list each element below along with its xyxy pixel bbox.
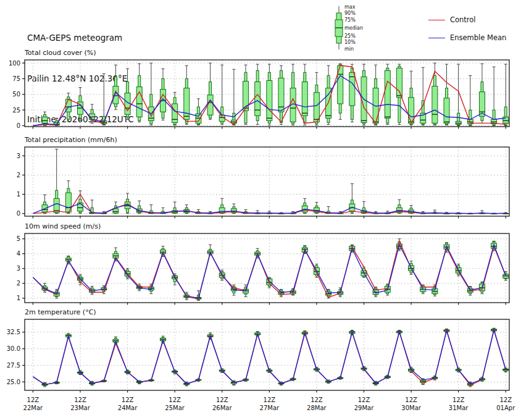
svg-text:0: 0 [17,210,20,217]
panel-3-grid [25,319,509,390]
meteogram-plot: 025507510001231234525.027.530.032.512Z22… [0,0,521,420]
panel-1: 0123 [17,147,509,219]
panel-2-yaxis: 12345 [17,235,25,301]
svg-text:2: 2 [17,280,20,287]
svg-text:3: 3 [17,153,20,159]
svg-text:12Z: 12Z [499,397,512,403]
svg-text:22Mar: 22Mar [23,405,43,411]
svg-text:01Apr: 01Apr [496,405,515,411]
svg-text:50: 50 [12,91,20,98]
svg-text:12Z: 12Z [264,397,276,403]
panel-1-boxes [42,149,509,214]
svg-text:24Mar: 24Mar [118,405,138,411]
svg-text:26Mar: 26Mar [212,405,232,411]
svg-text:31Mar: 31Mar [449,405,469,411]
svg-text:12Z: 12Z [405,397,417,403]
svg-text:12Z: 12Z [122,397,134,403]
panel-3: 25.027.530.032.5 [7,319,509,393]
x-axis-labels: 12Z22Mar12Z23Mar12Z24Mar12Z25Mar12Z26Mar… [23,397,516,411]
panel-1-yaxis: 0123 [17,153,25,217]
svg-text:29Mar: 29Mar [354,405,374,411]
svg-text:30.0: 30.0 [7,345,20,352]
svg-text:12Z: 12Z [216,397,228,403]
svg-text:75: 75 [12,75,20,82]
panel-0: 0255075100 [9,60,509,129]
panel-3-yaxis: 25.027.530.032.5 [7,329,25,385]
svg-text:1: 1 [17,191,20,198]
svg-text:12Z: 12Z [169,397,181,403]
svg-text:25Mar: 25Mar [165,405,185,411]
svg-text:4: 4 [17,250,20,257]
svg-text:28Mar: 28Mar [307,405,327,411]
svg-text:27Mar: 27Mar [260,405,280,411]
svg-text:12Z: 12Z [311,397,323,403]
svg-text:25: 25 [12,107,20,114]
svg-text:12Z: 12Z [74,397,86,403]
svg-text:12Z: 12Z [27,397,40,403]
svg-text:3: 3 [17,265,20,272]
svg-text:100: 100 [9,60,20,67]
svg-text:5: 5 [17,235,20,242]
boxplot-legend-glyph [335,6,343,49]
svg-text:27.5: 27.5 [7,362,20,369]
svg-text:12Z: 12Z [452,397,465,403]
svg-text:25.0: 25.0 [7,379,20,385]
svg-text:32.5: 32.5 [7,329,20,335]
meteogram-page: CMA-GEPS meteogram Pailin 12.48°N 102.36… [0,0,521,420]
panel-1-grid [25,147,509,216]
svg-text:23Mar: 23Mar [70,405,90,411]
panel-2: 12345 [17,233,509,305]
panel-0-yaxis: 0255075100 [9,60,25,129]
svg-text:12Z: 12Z [358,397,370,403]
svg-text:0: 0 [17,122,20,129]
svg-text:1: 1 [17,295,20,301]
svg-text:30Mar: 30Mar [401,405,421,411]
svg-text:2: 2 [17,172,20,178]
